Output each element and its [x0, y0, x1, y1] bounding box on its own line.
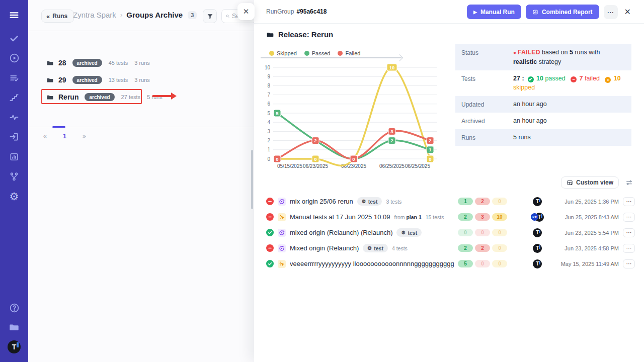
- report-chart-icon: [532, 9, 538, 15]
- tests-total: 27: [513, 75, 520, 82]
- svg-text:06/25/2025: 06/25/2025: [379, 163, 405, 169]
- panel-scrollbar-thumb[interactable]: [251, 150, 253, 209]
- tests-passed-count: 10: [536, 75, 543, 82]
- passed-status-icon: [266, 229, 274, 236]
- archived-label: Archived: [461, 116, 513, 126]
- svg-text:10: 10: [389, 65, 395, 70]
- group-row[interactable]: 28archived45 tests3 runs: [46, 54, 237, 71]
- user-avatar[interactable]: T: [0, 340, 28, 354]
- custom-view-button[interactable]: Custom view: [561, 176, 619, 189]
- group-row[interactable]: 29archived13 tests3 runs: [46, 71, 237, 88]
- auto-run-icon: [278, 229, 286, 237]
- combined-report-label: Combined Report: [542, 9, 593, 16]
- combined-report-button[interactable]: Combined Report: [526, 5, 599, 19]
- run-main: mixed origin (Relaunch) (Relaunch)⚙test: [290, 228, 454, 237]
- svg-text:7: 7: [267, 92, 270, 98]
- pagination-next[interactable]: »: [79, 132, 89, 141]
- run-more-button[interactable]: ⋯: [623, 259, 635, 268]
- sliders-icon[interactable]: [625, 179, 633, 186]
- breadcrumb-page: Groups Archive: [126, 11, 183, 19]
- group-tests-count: 45 tests: [109, 60, 128, 66]
- bar-chart-icon[interactable]: [0, 150, 28, 164]
- help-icon[interactable]: [0, 301, 28, 315]
- activity-pulse-icon[interactable]: [0, 110, 28, 124]
- list-check-icon[interactable]: [0, 71, 28, 85]
- legend-item-failed: Failed: [338, 50, 360, 56]
- pagination-prev[interactable]: «: [40, 132, 50, 141]
- groups-count-badge: 3: [188, 11, 197, 19]
- run-name[interactable]: Mixed origin (Relaunch): [290, 244, 359, 252]
- group-runs-count: 3 runs: [134, 77, 150, 83]
- failed-minus-icon: −: [571, 76, 577, 82]
- settings-gear-icon[interactable]: ⚙: [0, 190, 28, 204]
- run-more-button[interactable]: ⋯: [623, 244, 635, 253]
- legend-label: Skipped: [277, 50, 297, 56]
- run-row[interactable]: veeeerrrrryyyyyyyyyy llooooooooooonnnnng…: [254, 256, 644, 272]
- run-row[interactable]: Mixed origin (Relaunch)⚙test4 tests220TJ…: [254, 240, 644, 256]
- svg-text:6: 6: [267, 101, 270, 107]
- svg-text:10: 10: [265, 65, 271, 70]
- group-name: 28: [58, 59, 66, 67]
- run-more-button[interactable]: ⋯: [623, 197, 635, 206]
- svg-text:8: 8: [267, 83, 270, 88]
- avatar-accent: [539, 261, 540, 264]
- svg-text:2: 2: [429, 138, 431, 143]
- rungroup-label: RunGroup #95a6c418: [266, 8, 327, 15]
- menu-icon[interactable]: [0, 8, 28, 22]
- run-more-button[interactable]: ⋯: [623, 213, 635, 222]
- more-actions-button[interactable]: ⋯: [604, 5, 618, 19]
- run-row[interactable]: mixed origin (Relaunch) (Relaunch)⚙test0…: [254, 225, 644, 240]
- info-row-tests: Tests 27 : ✔ 10 passed − 7 failed ● 10 s…: [455, 70, 631, 97]
- run-result-badges: 220: [458, 244, 507, 252]
- groups-archive-panel: « Runs Zyntra Spark › Groups Archive 3 2…: [28, 0, 254, 362]
- tests-passed-label: passed: [545, 75, 565, 82]
- git-branch-icon[interactable]: [0, 169, 28, 184]
- run-date: May 15, 2025 11:49 AM: [552, 261, 619, 267]
- filter-button[interactable]: [203, 9, 217, 23]
- run-avatars: T: [526, 244, 548, 253]
- run-avatars: T: [526, 197, 548, 206]
- run-date: Jun 25, 2025 1:36 PM: [552, 199, 619, 205]
- run-name[interactable]: mixed origin (Relaunch) (Relaunch): [290, 229, 392, 236]
- yellow-count-badge: 0: [492, 260, 507, 267]
- failed-status-icon: [266, 198, 274, 205]
- manual-run-button[interactable]: ▶ Manual Run: [467, 5, 521, 19]
- legend-label: Failed: [345, 50, 360, 56]
- inbox-in-icon[interactable]: [0, 130, 28, 144]
- run-more-button[interactable]: ⋯: [623, 228, 635, 237]
- panel-edge-close-button[interactable]: ✕: [237, 3, 255, 20]
- manual-run-icon: [278, 213, 286, 221]
- group-runs-count: 3 runs: [134, 60, 150, 66]
- steps-icon[interactable]: [0, 90, 28, 105]
- svg-text:1: 1: [429, 147, 432, 152]
- runs-back-button[interactable]: « Runs: [41, 10, 74, 23]
- play-circle-icon[interactable]: [0, 51, 28, 65]
- folder-icon: [46, 94, 54, 101]
- projects-folder-icon[interactable]: [0, 320, 28, 334]
- group-row[interactable]: Rerunarchived27 tests5 runs: [46, 88, 237, 106]
- runs-back-label: Runs: [52, 13, 67, 20]
- check-icon[interactable]: [0, 31, 28, 45]
- run-name[interactable]: Manual tests at 17 Jun 2025 10:09: [290, 213, 390, 221]
- pagination-page-1[interactable]: 1: [60, 132, 69, 141]
- svg-text:1: 1: [267, 147, 270, 152]
- legend-item-passed: Passed: [304, 50, 331, 56]
- info-row-updated: Updated an hour ago: [455, 96, 631, 113]
- red-count-badge: 0: [475, 260, 490, 267]
- svg-text:06/23/2025: 06/23/2025: [303, 163, 328, 169]
- run-row[interactable]: Manual tests at 17 Jun 2025 10:09from pl…: [254, 209, 644, 225]
- failed-dot-icon: ●: [513, 50, 516, 55]
- run-name[interactable]: veeeerrrrryyyyyyyyyy llooooooooooonnnnng…: [290, 260, 454, 267]
- breadcrumb-project[interactable]: Zyntra Spark: [73, 11, 116, 19]
- point-label-skipped: 10: [387, 64, 397, 71]
- run-name[interactable]: mix origin 25/06 rerun: [290, 198, 353, 205]
- run-main: Manual tests at 17 Jun 2025 10:09from pl…: [290, 213, 454, 221]
- custom-view-label: Custom view: [576, 179, 613, 186]
- svg-text:0: 0: [352, 156, 355, 162]
- run-row[interactable]: mix origin 25/06 rerun⚙test3 tests120TJu…: [254, 194, 644, 209]
- breadcrumb-separator-icon: ›: [120, 11, 122, 19]
- run-tests-count: 4 tests: [392, 245, 408, 251]
- avatar: T: [533, 259, 542, 268]
- avatar-accent: [539, 245, 540, 249]
- detail-close-button[interactable]: ✕: [622, 6, 633, 18]
